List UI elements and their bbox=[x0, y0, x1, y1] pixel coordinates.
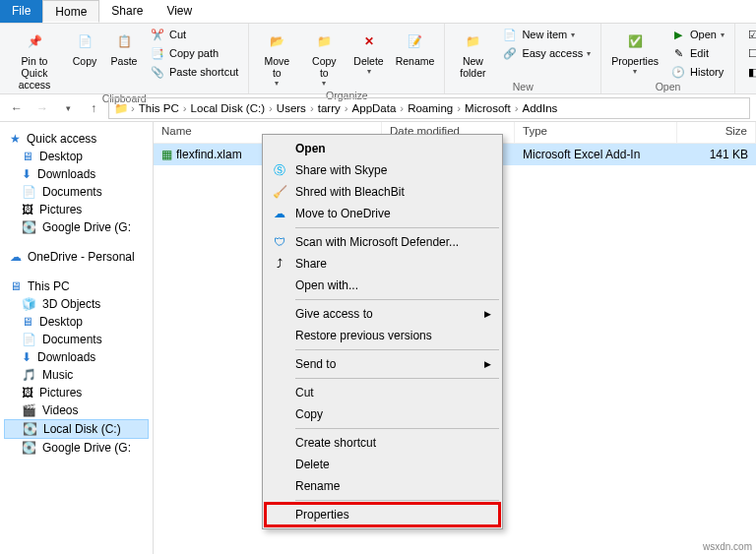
pin-icon: 📌 bbox=[21, 28, 48, 55]
documents-icon: 📄 bbox=[22, 185, 36, 199]
sidebar-item-videos[interactable]: 🎬Videos bbox=[4, 401, 149, 419]
open-button[interactable]: ▶Open▾ bbox=[666, 26, 728, 43]
easyaccess-icon: 🔗 bbox=[502, 45, 518, 61]
thispc-head[interactable]: 🖥This PC bbox=[4, 277, 149, 295]
pasteshort-icon: 📎 bbox=[150, 64, 165, 80]
recent-button[interactable]: ▾ bbox=[57, 97, 79, 119]
ctx-scan[interactable]: 🛡Scan with Microsoft Defender... bbox=[266, 231, 499, 253]
sidebar-item-documents[interactable]: 📄Documents bbox=[4, 183, 149, 201]
ctx-properties[interactable]: Properties bbox=[266, 504, 499, 525]
ctx-shred[interactable]: 🧹Shred with BleachBit bbox=[266, 181, 499, 203]
new-folder-button[interactable]: 📁New folder bbox=[451, 26, 494, 81]
context-menu: Open ⓈShare with Skype 🧹Shred with Bleac… bbox=[262, 134, 503, 529]
ctx-onedrive[interactable]: ☁Move to OneDrive bbox=[266, 203, 499, 224]
excel-icon: ▦ bbox=[161, 148, 172, 161]
sidebar-item-gdrive2[interactable]: 💽Google Drive (G: bbox=[4, 439, 149, 457]
select-group: ☑Select all ☐Select none ◧Invert selecti… bbox=[735, 24, 756, 93]
quick-access-head[interactable]: ★Quick access bbox=[4, 130, 149, 148]
col-type[interactable]: Type bbox=[515, 122, 677, 143]
sidebar-item-pictures2[interactable]: 🖼Pictures bbox=[4, 384, 149, 401]
sidebar-item-pictures[interactable]: 🖼Pictures bbox=[4, 201, 149, 218]
copy-to-button[interactable]: 📁Copy to▾ bbox=[302, 26, 346, 90]
newfolder-icon: 📁 bbox=[459, 28, 486, 55]
easy-access-button[interactable]: 🔗Easy access▾ bbox=[498, 44, 595, 62]
organize-group: 📂Move to▾ 📁Copy to▾ ✕Delete▾ 📝Rename Org… bbox=[249, 24, 445, 93]
properties-button[interactable]: ✅Properties▾ bbox=[607, 26, 662, 81]
ctx-open[interactable]: Open bbox=[266, 138, 499, 159]
ctx-openwith[interactable]: Open with... bbox=[266, 275, 499, 296]
sidebar-item-3d[interactable]: 🧊3D Objects bbox=[4, 295, 149, 313]
file-list: Name Date modified Type Size ▦flexfind.x… bbox=[154, 122, 756, 554]
cube-icon: 🧊 bbox=[22, 297, 36, 311]
ctx-skype[interactable]: ⓈShare with Skype bbox=[266, 159, 499, 181]
rename-icon: 📝 bbox=[402, 28, 429, 55]
ctx-share[interactable]: ⤴Share bbox=[266, 253, 499, 275]
paste-shortcut-button[interactable]: 📎Paste shortcut bbox=[146, 63, 242, 81]
share-tab[interactable]: Share bbox=[99, 0, 155, 23]
paste-button[interactable]: 📋Paste bbox=[106, 26, 142, 92]
pc-icon: 🖥 bbox=[10, 279, 22, 293]
properties-icon: ✅ bbox=[621, 28, 649, 55]
cut-button[interactable]: ✂️Cut bbox=[146, 26, 242, 43]
watermark: wsxdn.com bbox=[703, 541, 752, 552]
open-icon: ▶ bbox=[670, 27, 686, 42]
sidebar-item-gdrive[interactable]: 💽Google Drive (G: bbox=[4, 218, 149, 236]
ctx-sendto[interactable]: Send to▶ bbox=[266, 353, 499, 375]
crumb[interactable]: Local Disk (C:) bbox=[189, 102, 267, 114]
select-all-button[interactable]: ☑Select all bbox=[741, 26, 756, 43]
history-button[interactable]: 🕑History bbox=[666, 63, 728, 81]
copyto-icon: 📁 bbox=[310, 28, 338, 55]
ctx-copy[interactable]: Copy bbox=[266, 403, 499, 425]
sidebar-item-localdisk[interactable]: 💽Local Disk (C:) bbox=[4, 419, 149, 439]
rename-button[interactable]: 📝Rename bbox=[392, 26, 439, 90]
invert-selection-button[interactable]: ◧Invert selection bbox=[741, 63, 756, 81]
crumb[interactable]: Roaming bbox=[406, 102, 455, 114]
sidebar-item-desktop[interactable]: 🖥Desktop bbox=[4, 148, 149, 165]
ctx-giveaccess[interactable]: Give access to▶ bbox=[266, 303, 499, 325]
back-button[interactable]: ← bbox=[6, 97, 28, 119]
crumb[interactable]: This PC bbox=[137, 102, 181, 114]
crumb[interactable]: Users bbox=[275, 102, 308, 114]
open-label: Open bbox=[656, 81, 681, 92]
copy-button[interactable]: 📄Copy bbox=[67, 26, 102, 92]
move-to-button[interactable]: 📂Move to▾ bbox=[255, 26, 298, 90]
sidebar-item-music[interactable]: 🎵Music bbox=[4, 366, 149, 384]
pin-quick-access-button[interactable]: 📌Pin to Quick access bbox=[6, 26, 63, 92]
up-button[interactable]: ↑ bbox=[83, 97, 104, 119]
sidebar-item-documents2[interactable]: 📄Documents bbox=[4, 331, 149, 348]
drive-icon: 💽 bbox=[22, 441, 36, 455]
pictures-icon: 🖼 bbox=[22, 386, 33, 400]
breadcrumb[interactable]: 📁 › This PC› Local Disk (C:)› Users› tar… bbox=[108, 97, 750, 119]
skype-icon: Ⓢ bbox=[272, 162, 287, 178]
crumb[interactable]: tarry bbox=[316, 102, 343, 114]
ctx-shortcut[interactable]: Create shortcut bbox=[266, 432, 499, 454]
forward-button[interactable]: → bbox=[32, 97, 53, 119]
sidebar-item-downloads[interactable]: ⬇Downloads bbox=[4, 165, 149, 183]
newitem-icon: 📄 bbox=[502, 27, 518, 42]
delete-button[interactable]: ✕Delete▾ bbox=[349, 26, 387, 90]
copy-path-button[interactable]: 📑Copy path bbox=[146, 44, 242, 62]
home-tab[interactable]: Home bbox=[42, 0, 99, 23]
selectnone-icon: ☐ bbox=[745, 45, 756, 61]
edit-button[interactable]: ✎Edit bbox=[666, 44, 728, 62]
crumb[interactable]: AddIns bbox=[521, 102, 560, 114]
onedrive-head[interactable]: ☁OneDrive - Personal bbox=[4, 248, 149, 266]
sidebar-item-downloads2[interactable]: ⬇Downloads bbox=[4, 348, 149, 366]
ribbon: 📌Pin to Quick access 📄Copy 📋Paste ✂️Cut … bbox=[0, 24, 756, 94]
col-size[interactable]: Size bbox=[677, 122, 756, 143]
ctx-rename[interactable]: Rename bbox=[266, 475, 499, 497]
ctx-restore[interactable]: Restore previous versions bbox=[266, 325, 499, 346]
file-type: Microsoft Excel Add-In bbox=[515, 146, 677, 163]
sidebar-item-desktop2[interactable]: 🖥Desktop bbox=[4, 313, 149, 331]
new-item-button[interactable]: 📄New item▾ bbox=[498, 26, 595, 43]
select-none-button[interactable]: ☐Select none bbox=[741, 44, 756, 62]
crumb[interactable]: AppData bbox=[350, 102, 399, 114]
clipboard-group: 📌Pin to Quick access 📄Copy 📋Paste ✂️Cut … bbox=[0, 24, 249, 93]
view-tab[interactable]: View bbox=[155, 0, 204, 23]
crumb[interactable]: Microsoft bbox=[463, 102, 513, 114]
file-menu[interactable]: File bbox=[0, 0, 42, 23]
delete-icon: ✕ bbox=[355, 28, 383, 55]
ctx-cut[interactable]: Cut bbox=[266, 382, 499, 403]
ctx-delete[interactable]: Delete bbox=[266, 454, 499, 475]
cut-icon: ✂️ bbox=[150, 27, 165, 42]
